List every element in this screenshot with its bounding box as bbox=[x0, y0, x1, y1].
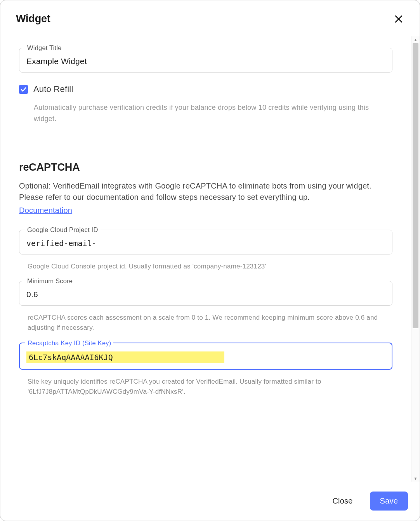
auto-refill-checkbox[interactable] bbox=[19, 85, 28, 94]
close-icon[interactable] bbox=[393, 14, 404, 24]
auto-refill-helper: Automatically purchase verification cred… bbox=[19, 94, 392, 134]
scroll-up-icon[interactable]: ▲ bbox=[411, 36, 420, 43]
recaptcha-description: Optional: VerifiedEmail integrates with … bbox=[19, 180, 392, 203]
close-button[interactable]: Close bbox=[322, 492, 363, 511]
scrollbar-thumb[interactable] bbox=[413, 43, 418, 328]
project-id-field[interactable]: Google Cloud Project ID bbox=[19, 230, 392, 254]
scrollbar[interactable]: ▲ ▼ bbox=[411, 36, 420, 482]
widget-title-label: Widget Title bbox=[25, 44, 64, 52]
project-id-helper: Google Cloud Console project id. Usually… bbox=[19, 258, 392, 281]
project-id-input[interactable] bbox=[26, 239, 385, 248]
site-key-label: Recaptcha Key ID (Site Key) bbox=[25, 339, 113, 347]
project-id-label: Google Cloud Project ID bbox=[25, 226, 101, 234]
min-score-input[interactable] bbox=[26, 290, 385, 299]
site-key-helper: Site key uniquely identifies reCAPTCHA y… bbox=[19, 373, 392, 407]
widget-modal: Widget Widget Title Auto Refill Automati… bbox=[0, 0, 420, 521]
modal-title: Widget bbox=[16, 13, 50, 25]
modal-body: Widget Title Auto Refill Automatically p… bbox=[0, 36, 411, 482]
min-score-label: Minimum Score bbox=[25, 277, 75, 285]
min-score-field[interactable]: Minimum Score bbox=[19, 281, 392, 306]
site-key-field[interactable]: Recaptcha Key ID (Site Key) bbox=[19, 343, 392, 370]
scroll-down-icon[interactable]: ▼ bbox=[411, 475, 420, 482]
modal-header: Widget bbox=[0, 0, 420, 36]
recaptcha-heading: reCAPTCHA bbox=[19, 161, 392, 173]
save-button[interactable]: Save bbox=[370, 492, 408, 511]
modal-footer: Close Save bbox=[0, 482, 420, 521]
widget-title-field[interactable]: Widget Title bbox=[19, 48, 392, 73]
auto-refill-row: Auto Refill bbox=[19, 84, 392, 94]
min-score-helper: reCAPTCHA scores each assessment on a sc… bbox=[19, 309, 392, 343]
auto-refill-label: Auto Refill bbox=[33, 84, 73, 94]
documentation-link[interactable]: Documentation bbox=[19, 206, 72, 215]
widget-title-input[interactable] bbox=[26, 57, 385, 66]
site-key-input[interactable] bbox=[26, 351, 224, 363]
